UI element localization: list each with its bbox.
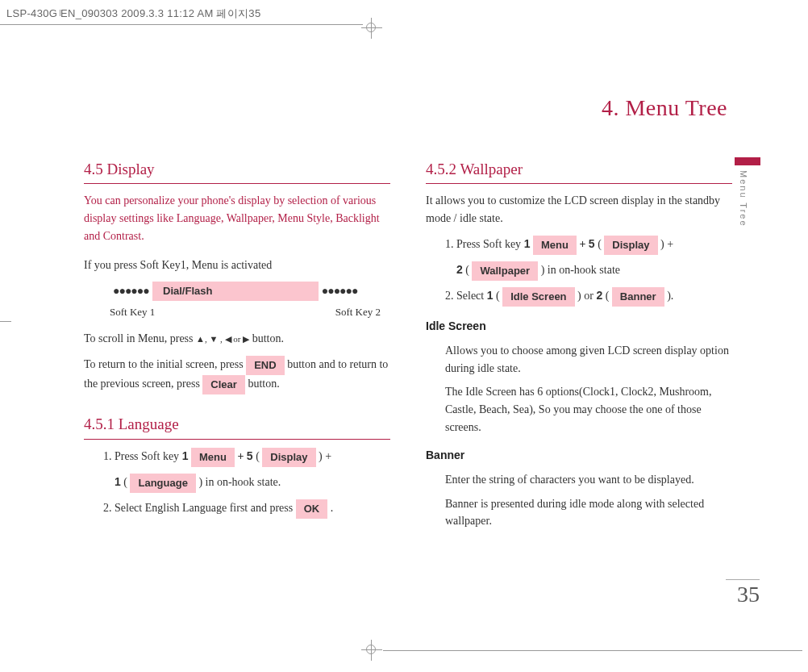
dialflash-pill: Dial/Flash — [152, 282, 223, 301]
softkey-intro: If you press Soft Key1, Menu is activate… — [84, 257, 390, 274]
banner-p2: Banner is presented during idle mode alo… — [445, 495, 732, 530]
crop-hairline — [60, 10, 60, 16]
softkey2-label: Soft Key 2 — [335, 304, 381, 320]
sub-idle-screen: Idle Screen — [426, 318, 732, 336]
scroll-text-b: button. — [252, 332, 284, 344]
chapter-title: 4. Menu Tree — [602, 95, 727, 121]
menu-pill: Menu — [191, 448, 235, 467]
arrow-keys: ▲, ▼ , ◀ or ▶ — [196, 334, 249, 344]
return-text-c: button. — [248, 378, 279, 390]
scroll-instruction: To scroll in Menu, press ▲, ▼ , ◀ or ▶ b… — [84, 330, 390, 348]
wall-step1: 1. Press Soft key 1 Menu + 5 ( Display )… — [445, 236, 732, 255]
section-4-5-1-language: 4.5.1 Language — [84, 412, 390, 439]
dots-right: ●●●●●● — [319, 282, 361, 300]
dots-left: ●●●●●● — [110, 282, 152, 300]
wall-step2: 2. Select 1 ( Idle Screen ) or 2 ( Banne… — [445, 287, 732, 307]
scroll-text-a: To scroll in Menu, press — [84, 332, 196, 344]
section-4-5-2-wallpaper: 4.5.2 Wallpaper — [426, 157, 732, 184]
banner-pill: Banner — [612, 287, 664, 307]
right-column: 4.5.2 Wallpaper It allows you to customi… — [426, 157, 732, 536]
side-tab-bar — [735, 157, 760, 165]
idle-p2: The Idle Screen has 6 options(Clock1, Cl… — [445, 383, 732, 436]
return-text-a: To return to the initial screen, press — [84, 358, 246, 370]
left-column: 4.5 Display You can personalize your pho… — [84, 157, 390, 536]
wall-step1b: 2 ( Wallpaper ) in on-hook state — [456, 261, 732, 281]
crop-hairline-left — [0, 321, 11, 322]
ok-pill: OK — [296, 499, 328, 519]
bottom-crop-rule — [383, 650, 802, 651]
return-instruction: To return to the initial screen, press E… — [84, 356, 390, 394]
idlescreen-pill: Idle Screen — [502, 287, 574, 307]
display-pill: Display — [262, 448, 315, 467]
crop-mark-top — [361, 18, 382, 39]
idle-p1: Allows you to choose among given LCD scr… — [445, 342, 732, 377]
softkey1-label: Soft Key 1 — [110, 304, 155, 320]
clear-button-pill: Clear — [202, 375, 245, 394]
page-number: 35 — [726, 579, 760, 607]
sub-banner: Banner — [426, 447, 732, 465]
side-tab: Menu Tree — [735, 157, 760, 227]
wallpaper-pill: Wallpaper — [472, 261, 538, 281]
wallpaper-intro: It allows you to customize the LCD scree… — [426, 192, 732, 227]
crop-mark-bottom — [361, 640, 382, 661]
lang-step1b: 1 ( Language ) in on-hook state. — [115, 474, 390, 493]
language-pill: Language — [130, 474, 195, 493]
softkey-bar: ●●●●●● Dial/Flash ●●●●●● — [110, 282, 390, 301]
display-pill-r: Display — [604, 236, 657, 255]
lang-step1: 1. Press Soft key 1 Menu + 5 ( Display )… — [103, 448, 390, 467]
menu-pill-r: Menu — [533, 236, 577, 255]
wallpaper-steps: 1. Press Soft key 1 Menu + 5 ( Display )… — [445, 236, 732, 307]
top-crop-rule — [0, 24, 363, 25]
end-button-pill: END — [246, 356, 284, 375]
display-intro: You can personalize your phone's display… — [84, 192, 390, 244]
softkey-blank-pill — [223, 282, 319, 301]
lang-step2: 2. Select English Language first and pre… — [103, 499, 390, 519]
section-4-5-display: 4.5 Display — [84, 157, 390, 184]
side-tab-label: Menu Tree — [739, 170, 748, 227]
banner-p1: Enter the string of characters you want … — [445, 471, 732, 489]
softkey-labels: Soft Key 1 Soft Key 2 — [110, 304, 364, 320]
language-steps: 1. Press Soft key 1 Menu + 5 ( Display )… — [103, 448, 390, 519]
doc-header-strip: LSP-430G EN_090303 2009.3.3 11:12 AM 페이지… — [6, 6, 260, 21]
